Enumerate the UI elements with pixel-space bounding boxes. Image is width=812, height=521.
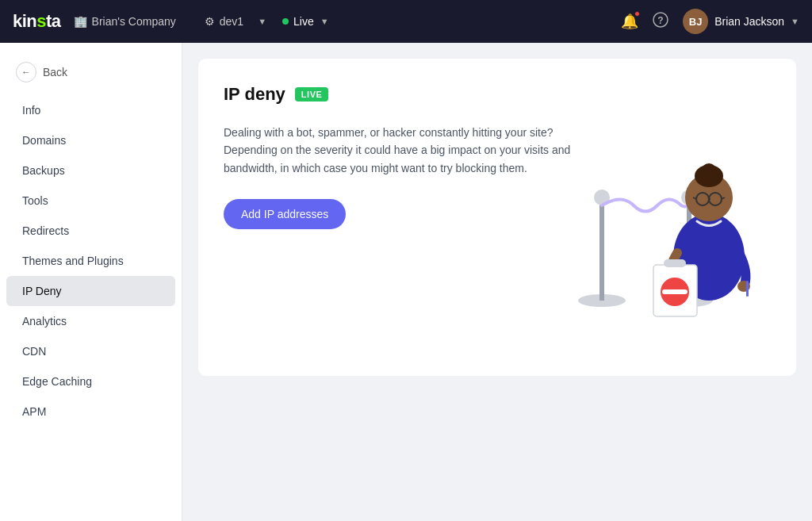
add-ip-button[interactable]: Add IP addresses — [224, 199, 346, 229]
header-actions: 🔔 ? BJ Brian Jackson ▼ — [621, 9, 799, 34]
sidebar-item-info[interactable]: Info — [6, 95, 175, 125]
content-card: IP deny LIVE Dealing with a bot, spammer… — [198, 59, 796, 376]
sidebar-item-cdn[interactable]: CDN — [6, 336, 175, 366]
user-chevron-icon: ▼ — [791, 17, 799, 26]
page-title: IP deny — [224, 84, 285, 105]
back-button[interactable]: ← Back — [0, 56, 182, 95]
svg-text:?: ? — [658, 15, 664, 26]
layout: ← Back Info Domains Backups Tools Redire… — [0, 43, 812, 521]
help-icon[interactable]: ? — [653, 12, 668, 32]
sidebar-item-ip-deny[interactable]: IP Deny — [6, 276, 175, 306]
user-name: Brian Jackson — [714, 15, 784, 28]
env-chevron-icon: ▼ — [320, 17, 329, 26]
company-name: Brian's Company — [92, 15, 176, 28]
env-selector[interactable]: Live ▼ — [282, 15, 329, 28]
sidebar-item-redirects[interactable]: Redirects — [6, 216, 175, 246]
main-content: IP deny LIVE Dealing with a bot, spammer… — [182, 43, 812, 521]
sidebar-item-edge-caching[interactable]: Edge Caching — [6, 366, 175, 396]
svg-rect-3 — [599, 201, 604, 301]
header: kinsta 🏢 Brian's Company ⚙ dev1 ▼ Live ▼… — [0, 0, 812, 43]
illustration — [542, 75, 764, 328]
company-selector[interactable]: 🏢 Brian's Company — [74, 15, 176, 28]
site-name: dev1 — [220, 15, 243, 28]
svg-rect-19 — [746, 281, 749, 297]
sidebar: ← Back Info Domains Backups Tools Redire… — [0, 43, 182, 521]
sidebar-item-analytics[interactable]: Analytics — [6, 306, 175, 336]
site-selector[interactable]: ⚙ dev1 — [205, 15, 243, 28]
svg-rect-23 — [662, 289, 688, 294]
live-badge: LIVE — [295, 87, 328, 102]
svg-rect-21 — [664, 259, 686, 267]
back-label: Back — [43, 66, 67, 79]
sidebar-item-backups[interactable]: Backups — [6, 155, 175, 186]
user-menu[interactable]: BJ Brian Jackson ▼ — [683, 9, 799, 34]
sidebar-item-domains[interactable]: Domains — [6, 125, 175, 155]
live-dot — [282, 18, 289, 25]
site-chevron-icon: ▼ — [258, 17, 266, 26]
avatar: BJ — [683, 9, 708, 34]
sidebar-item-apm[interactable]: APM — [6, 396, 175, 427]
notification-badge — [634, 11, 640, 17]
back-arrow-icon: ← — [16, 62, 36, 82]
env-label: Live — [293, 15, 314, 28]
notification-icon[interactable]: 🔔 — [621, 13, 638, 30]
svg-point-11 — [701, 163, 717, 179]
sidebar-item-tools[interactable]: Tools — [6, 186, 175, 216]
logo: kinsta — [13, 11, 61, 32]
company-icon: 🏢 — [74, 15, 87, 28]
wp-icon: ⚙ — [205, 15, 215, 28]
sidebar-item-themes-plugins[interactable]: Themes and Plugins — [6, 246, 175, 276]
